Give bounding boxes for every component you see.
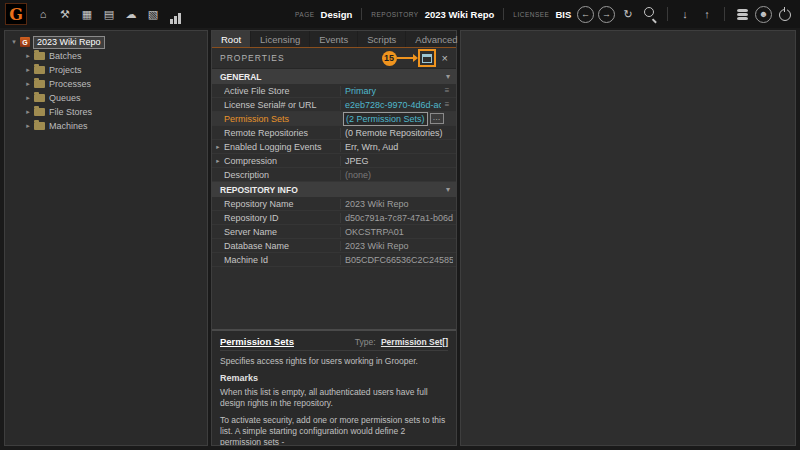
property-row-remote-repositories[interactable]: Remote Repositories (0 Remote Repositori… — [212, 126, 456, 140]
expander-icon[interactable]: ▸ — [23, 108, 33, 116]
tab-advanced[interactable]: Advanced — [406, 31, 467, 47]
row-expand-icon[interactable]: ▸ — [212, 143, 224, 151]
property-row-server-name[interactable]: Server Name OKCSTRPA01 — [212, 225, 456, 239]
database-connections-icon[interactable] — [732, 4, 752, 24]
history-back-icon[interactable]: ← — [577, 6, 594, 23]
tree-node-label: Queues — [49, 93, 81, 103]
property-row-database-name[interactable]: Database Name 2023 Wiki Repo — [212, 239, 456, 253]
property-row-permission-sets[interactable]: Permission Sets (2 Permission Sets) … — [212, 112, 456, 126]
annotation-badge: 15 — [382, 51, 397, 66]
topbar: G ⌂ ⚒ ▦ ▤ ☁ ▧ PAGE Design REPOSITORY 202… — [0, 0, 800, 28]
expander-icon[interactable]: ▸ — [23, 66, 33, 74]
remarks-paragraph: When this list is empty, all authenticat… — [220, 387, 448, 409]
tab-scripts[interactable]: Scripts — [358, 31, 406, 47]
repository-icon: G — [20, 37, 30, 47]
property-value[interactable]: Err, Wrn, Aud — [340, 142, 453, 152]
tree-node-queues[interactable]: ▸ Queues — [5, 92, 207, 104]
chevron-down-icon[interactable]: ▾ — [446, 72, 450, 81]
tree-node-root[interactable]: ▾ G 2023 Wiki Repo — [5, 36, 207, 48]
property-value[interactable]: (none) — [340, 170, 453, 180]
chevron-down-icon[interactable]: ▾ — [446, 185, 450, 194]
section-general[interactable]: GENERAL ▾ — [212, 69, 456, 84]
tools-icon[interactable]: ⚒ — [55, 4, 75, 24]
tab-events[interactable]: Events — [310, 31, 358, 47]
context-divider — [503, 8, 504, 20]
folder-icon — [34, 94, 45, 102]
property-row-repository-id[interactable]: Repository ID d50c791a-7c87-47a1-b06d-..… — [212, 211, 456, 225]
row-expand-icon[interactable]: ▸ — [212, 157, 224, 165]
tree-node-processes[interactable]: ▸ Processes — [5, 78, 207, 90]
tree-node-file-stores[interactable]: ▸ File Stores — [5, 106, 207, 118]
stats-icon[interactable] — [165, 4, 185, 24]
section-repository-info[interactable]: REPOSITORY INFO ▾ — [212, 182, 456, 197]
property-row-license-serial[interactable]: License Serial# or URL e2eb728c-9970-4d6… — [212, 98, 456, 112]
tree-node-machines[interactable]: ▸ Machines — [5, 120, 207, 132]
context-divider — [361, 8, 362, 20]
topbar-right-tools: ← → ↻ ↓ ↑ ☻ — [576, 4, 795, 24]
user-icon[interactable]: ☻ — [755, 6, 772, 23]
annotation-arrow-line — [397, 57, 413, 59]
review-icon[interactable]: ▧ — [143, 4, 163, 24]
power-icon[interactable] — [775, 4, 795, 24]
property-value[interactable]: (0 Remote Repositories) — [340, 128, 453, 138]
content-area — [460, 30, 796, 446]
batches-icon[interactable]: ▦ — [77, 4, 97, 24]
property-value: OKCSTRPA01 — [340, 227, 453, 237]
property-row-active-file-store[interactable]: Active File Store Primary ≡ — [212, 84, 456, 98]
tasks-icon[interactable]: ▤ — [99, 4, 119, 24]
cloud-upload-icon[interactable]: ☁ — [121, 4, 141, 24]
dock-panel-icon — [422, 54, 432, 63]
close-icon[interactable]: × — [439, 52, 451, 64]
upload-icon[interactable]: ↑ — [697, 4, 717, 24]
context-breadcrumb: PAGE Design REPOSITORY 2023 Wiki Repo LI… — [295, 8, 571, 20]
tab-strip: Root Licensing Events Scripts Advanced — [212, 31, 456, 48]
download-icon[interactable]: ↓ — [675, 4, 695, 24]
dock-panel-button[interactable] — [418, 49, 436, 67]
search-icon[interactable] — [640, 4, 660, 24]
property-row-enabled-logging-events[interactable]: ▸ Enabled Logging Events Err, Wrn, Aud — [212, 140, 456, 154]
property-label: Server Name — [224, 227, 340, 237]
property-value[interactable]: Primary — [340, 86, 441, 96]
folder-icon — [34, 66, 45, 74]
tree-node-label: File Stores — [49, 107, 92, 117]
folder-icon — [34, 108, 45, 116]
remarks-heading: Remarks — [220, 373, 448, 383]
property-row-compression[interactable]: ▸ Compression JPEG — [212, 154, 456, 168]
property-value[interactable]: e2eb728c-9970-4d6d-ac7f-... — [340, 100, 441, 110]
property-row-repository-name[interactable]: Repository Name 2023 Wiki Repo — [212, 197, 456, 211]
tree-node-projects[interactable]: ▸ Projects — [5, 64, 207, 76]
tree-node-label: Batches — [49, 51, 82, 61]
expander-icon[interactable]: ▾ — [9, 38, 19, 46]
help-type: Type: Permission Set[] — [355, 337, 448, 347]
type-link[interactable]: Permission Set[] — [381, 337, 448, 347]
type-label: Type: — [355, 337, 376, 347]
home-icon[interactable]: ⌂ — [33, 4, 53, 24]
tab-root[interactable]: Root — [212, 31, 251, 47]
expander-icon[interactable]: ▸ — [23, 122, 33, 130]
property-value[interactable]: (2 Permission Sets) — [343, 112, 428, 126]
property-row-machine-id[interactable]: Machine Id B05CDFC66536C2C24585F... — [212, 253, 456, 267]
property-label: Compression — [224, 156, 340, 166]
tree-node-label: Processes — [49, 79, 91, 89]
expander-icon[interactable]: ▸ — [23, 94, 33, 102]
dropdown-menu-icon[interactable]: ≡ — [441, 100, 453, 109]
tree-node-label: Machines — [49, 121, 88, 131]
dropdown-menu-icon[interactable]: ≡ — [441, 86, 453, 95]
workspace: ▾ G 2023 Wiki Repo ▸ Batches ▸ Projects … — [0, 28, 800, 450]
refresh-icon[interactable]: ↻ — [618, 4, 638, 24]
history-forward-icon[interactable]: → — [598, 6, 615, 23]
property-row-description[interactable]: Description (none) — [212, 168, 456, 182]
tree-node-batches[interactable]: ▸ Batches — [5, 50, 207, 62]
expander-icon[interactable]: ▸ — [23, 52, 33, 60]
page-value: Design — [321, 9, 353, 20]
licensee-label: LICENSEE — [513, 11, 549, 18]
ellipsis-button[interactable]: … — [430, 113, 444, 124]
property-value: d50c791a-7c87-47a1-b06d-... — [340, 213, 453, 223]
property-value[interactable]: JPEG — [340, 156, 453, 166]
repository-value: 2023 Wiki Repo — [425, 9, 495, 20]
expander-icon[interactable]: ▸ — [23, 80, 33, 88]
repository-tree: ▾ G 2023 Wiki Repo ▸ Batches ▸ Projects … — [4, 30, 208, 446]
folder-icon — [34, 52, 45, 60]
tab-licensing[interactable]: Licensing — [251, 31, 310, 47]
tree-node-label: Projects — [49, 65, 82, 75]
